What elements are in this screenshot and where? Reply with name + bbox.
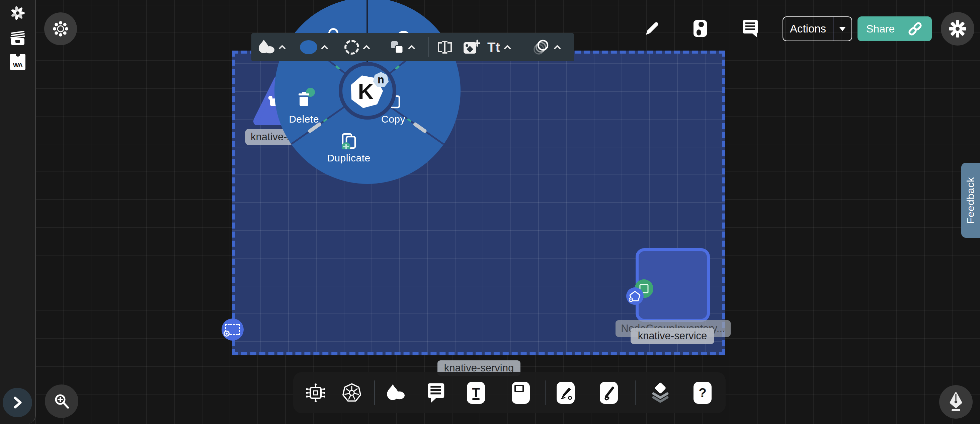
pinwheel-logo-icon[interactable]	[9, 4, 27, 22]
wa-text: WA	[13, 62, 23, 69]
frame-tool[interactable]	[505, 372, 536, 413]
fill-color-button[interactable]	[300, 33, 328, 61]
webassembly-icon[interactable]: WA	[9, 53, 27, 71]
shape-style-button[interactable]	[258, 33, 286, 61]
pencil-tool[interactable]	[593, 372, 624, 413]
chevron-up-icon	[321, 45, 328, 49]
cluster-button[interactable]	[44, 13, 77, 45]
feedback-label: Feedback	[965, 177, 976, 224]
layers-icon	[651, 383, 670, 403]
selection-toolbar: Tt	[251, 33, 574, 61]
comment-icon	[427, 383, 446, 403]
toolbar-divider	[545, 381, 546, 405]
chevron-up-icon	[363, 45, 370, 49]
actions-label: Actions	[783, 22, 833, 35]
integration-chip-icon	[305, 383, 326, 403]
button-divider	[833, 17, 834, 40]
kubernetes-tool[interactable]	[336, 372, 367, 413]
shapes-icon	[386, 384, 405, 402]
text-tool-icon: T	[467, 382, 485, 404]
comments-icon[interactable]	[742, 19, 759, 38]
chevron-up-icon	[504, 45, 511, 49]
actions-button[interactable]: Actions	[783, 16, 852, 41]
opacity-button[interactable]	[532, 33, 561, 61]
stroke-style-icon	[344, 40, 359, 54]
knative-logo-icon: K n	[342, 65, 393, 116]
save-icon[interactable]	[693, 19, 708, 38]
help-icon: ?	[694, 382, 711, 404]
toolbar-divider	[428, 37, 429, 57]
opacity-icon	[532, 38, 550, 56]
trash-icon[interactable]	[297, 91, 310, 107]
edit-pencil-icon[interactable]	[643, 20, 659, 37]
feedback-tab[interactable]: Feedback	[961, 163, 980, 238]
zoom-in-icon	[52, 392, 71, 410]
link-icon	[907, 21, 923, 37]
left-sidebar: WA	[0, 0, 36, 424]
duplicate-icon[interactable]	[341, 132, 357, 149]
menu-item-delete[interactable]: Delete	[277, 113, 331, 125]
text-tool[interactable]: T	[461, 372, 492, 413]
arrange-button[interactable]	[390, 33, 415, 61]
toolbar-divider	[635, 381, 636, 405]
archive-icon[interactable]	[9, 29, 27, 47]
caret-down-icon	[839, 27, 846, 31]
pen-nib-button[interactable]	[939, 385, 973, 419]
layers-tool[interactable]	[645, 372, 676, 413]
chevron-up-icon	[278, 45, 286, 49]
teal-tick	[335, 65, 340, 70]
node-front-label: knative-service	[631, 328, 714, 344]
toolbar-divider	[374, 381, 375, 405]
teal-tick	[395, 65, 400, 70]
svg-text:K: K	[358, 80, 374, 104]
shapes-tool[interactable]	[380, 372, 410, 413]
share-label: Share	[866, 23, 895, 35]
rename-icon	[436, 40, 453, 54]
selection-area-badge[interactable]	[221, 319, 243, 341]
arrange-icon	[390, 40, 404, 54]
comment-tool[interactable]	[421, 372, 452, 413]
frame-tool-icon	[512, 382, 530, 404]
rename-button[interactable]	[436, 33, 453, 61]
gear-icon	[948, 19, 967, 38]
cluster-flower-icon	[51, 20, 70, 38]
kubernetes-icon	[342, 383, 361, 403]
menu-item-duplicate[interactable]: Duplicate	[315, 152, 382, 164]
pen-nib-icon	[947, 392, 965, 412]
pen-tool-icon	[557, 382, 575, 404]
chevron-right-icon	[12, 396, 23, 409]
expand-sidebar-button[interactable]	[3, 388, 32, 417]
bottom-toolbar: T	[293, 372, 725, 413]
canvas-app: { "colors": { "menu_blue": "#2d63ac", "s…	[0, 0, 980, 424]
share-button[interactable]: Share	[858, 16, 932, 41]
pentagon-badge-icon	[626, 287, 644, 305]
zoom-in-button[interactable]	[45, 384, 78, 418]
replace-image-icon	[463, 40, 480, 55]
stroke-style-button[interactable]	[344, 33, 370, 61]
replace-image-button[interactable]	[463, 33, 480, 61]
typography-button[interactable]: Tt	[487, 33, 511, 61]
help-tool[interactable]: ?	[687, 372, 718, 413]
svg-text:n: n	[377, 74, 384, 86]
shape-style-icon	[258, 39, 275, 56]
menu-center-logo: K n	[339, 62, 396, 120]
dashed-rect-icon	[225, 324, 240, 335]
wa-notch	[16, 52, 20, 57]
chevron-up-icon	[554, 45, 561, 49]
fill-color-swatch	[300, 40, 317, 54]
settings-button[interactable]	[941, 12, 974, 46]
typography-icon: Tt	[487, 40, 500, 55]
chevron-up-icon	[408, 45, 415, 49]
pen-tool[interactable]	[550, 372, 581, 413]
integration-tool[interactable]	[300, 372, 331, 413]
radial-context-menu: Delete Copy Duplicate K n	[274, 0, 461, 184]
pencil-tool-icon	[600, 382, 618, 404]
